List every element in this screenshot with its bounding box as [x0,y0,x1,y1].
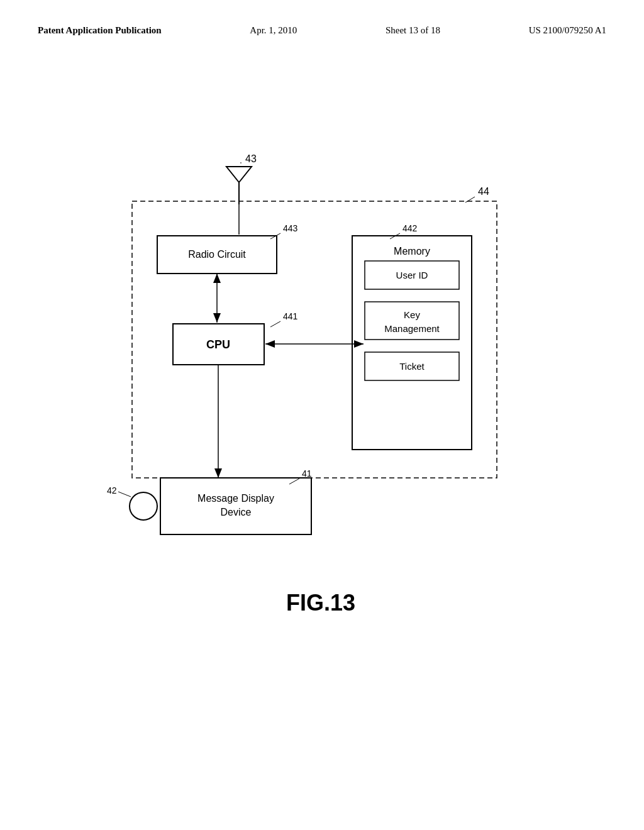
figure-caption: FIG.13 [286,590,355,616]
ref-441: 441 [283,311,298,321]
ref-441-line [270,321,280,327]
publication-title: Patent Application Publication [38,25,162,36]
ref-43: 43 [245,153,257,164]
key-management-label2: Management [384,323,440,334]
arrow-down-head [213,313,221,323]
key-management-label1: Key [404,309,420,320]
ref-42: 42 [107,485,117,495]
msg-display-label1: Message Display [197,493,274,504]
sheet-info: Sheet 13 of 18 [386,25,440,36]
user-id-label: User ID [396,270,428,280]
patent-number: US 2100/079250 A1 [529,25,606,36]
circle-component [130,492,157,520]
page-header: Patent Application Publication Apr. 1, 2… [0,0,644,36]
radio-circuit-label: Radio Circuit [188,249,246,260]
ref-42-line [118,492,131,497]
publication-date: Apr. 1, 2010 [250,25,297,36]
memory-label: Memory [394,246,430,257]
ref-41-line [289,479,299,484]
ref-443: 443 [283,223,298,233]
diagram-svg: 43 44 443 Radio Circuit 442 Memory User … [50,101,591,667]
ref-44: 44 [478,186,489,197]
ticket-label: Ticket [399,361,425,372]
memory-outer-box [352,236,472,450]
ref-41: 41 [302,468,312,479]
arrow-up-head [213,274,221,283]
ref-442: 442 [402,223,418,233]
diagram-area: 43 44 443 Radio Circuit 442 Memory User … [50,101,591,667]
antenna-symbol [226,167,252,182]
key-management-box [365,302,459,340]
msg-display-label2: Device [221,507,252,517]
arrow-left-head [265,340,275,348]
message-display-box [160,478,311,534]
cpu-to-msg-arrow-head [214,468,222,478]
arrow-right-head [354,340,364,348]
cpu-label: CPU [206,338,230,351]
